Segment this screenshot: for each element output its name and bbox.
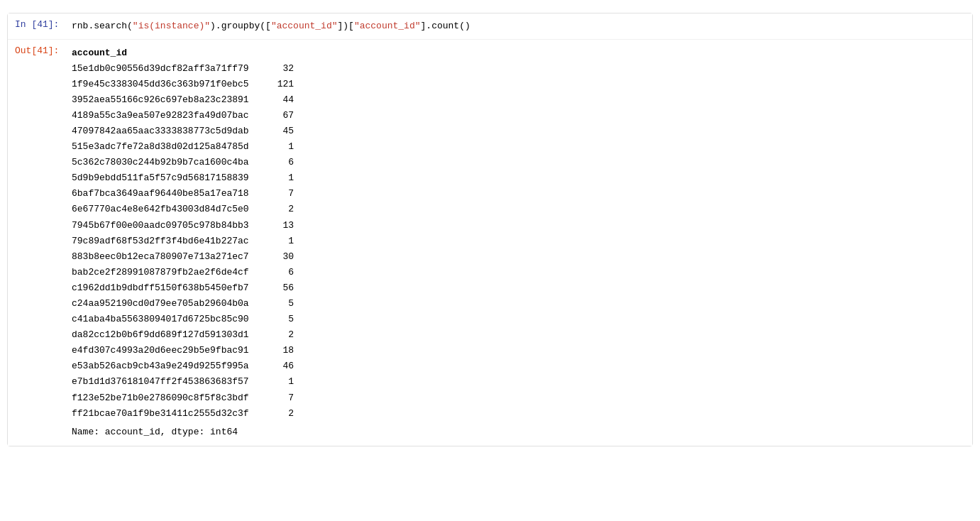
row-count: 56 [277, 280, 294, 296]
table-row: 883b8eec0b12eca780907e713a271ec730 [72, 249, 294, 265]
row-count: 1 [277, 374, 294, 390]
table-row: e4fd307c4993a20d6eec29b5e9fbac9118 [72, 343, 294, 358]
table-row: 79c89adf68f53d2ff3f4bd6e41b227ac1 [72, 234, 294, 249]
row-id: da82cc12b0b6f9dd689f127d591303d1 [72, 327, 277, 343]
row-id: c24aa952190cd0d79ee705ab29604b0a [72, 296, 277, 312]
table-row: 15e1db0c90556d39dcf82aff3a71ff7932 [72, 61, 294, 77]
table-row: 47097842aa65aac3333838773c5d9dab45 [72, 124, 294, 139]
table-row: 7945b67f00e00aadc09705c978b84bb313 [72, 218, 294, 234]
table-row: 6baf7bca3649aaf96440be85a17ea7187 [72, 186, 294, 202]
output-content: account_id 15e1db0c90556d39dcf82aff3a71f… [72, 45, 965, 440]
row-id: e4fd307c4993a20d6eec29b5e9fbac91 [72, 343, 277, 358]
row-id: 7945b67f00e00aadc09705c978b84bb3 [72, 218, 277, 234]
row-id: 3952aea55166c926c697eb8a23c23891 [72, 92, 277, 108]
code-part3: ])[ [338, 21, 354, 31]
output-header-id: account_id [72, 45, 294, 61]
table-row: 4189a55c3a9ea507e92823fa49d07bac67 [72, 108, 294, 124]
row-id: f123e52be71b0e2786090c8f5f8c3bdf [72, 390, 277, 406]
code-part4: ].count() [421, 21, 470, 31]
output-header-row: account_id [72, 45, 294, 61]
row-id: 883b8eec0b12eca780907e713a271ec7 [72, 249, 277, 265]
code-part2: ).groupby([ [210, 21, 271, 31]
row-count: 7 [277, 186, 294, 202]
row-id: 5d9b9ebdd511fa5f57c9d56817158839 [72, 170, 277, 186]
row-id: bab2ce2f28991087879fb2ae2f6de4cf [72, 265, 277, 280]
code-string2: "account_id" [271, 21, 338, 31]
row-id: c1962dd1b9dbdff5150f638b5450efb7 [72, 280, 277, 296]
row-id: e53ab526acb9cb43a9e249d9255f995a [72, 358, 277, 374]
cell-code[interactable]: rnb.search("is(instance)").groupby(["acc… [72, 19, 965, 33]
table-row: 1f9e45c3383045dd36c363b971f0ebc5121 [72, 77, 294, 92]
row-count: 18 [277, 343, 294, 358]
row-count: 2 [277, 327, 294, 343]
row-count: 32 [277, 61, 294, 77]
table-row: f123e52be71b0e2786090c8f5f8c3bdf7 [72, 390, 294, 406]
table-row: 5d9b9ebdd511fa5f57c9d568171588391 [72, 170, 294, 186]
table-row: 3952aea55166c926c697eb8a23c2389144 [72, 92, 294, 108]
table-row: ff21bcae70a1f9be31411c2555d32c3f2 [72, 406, 294, 422]
table-row: 6e67770ac4e8e642fb43003d84d7c5e02 [72, 202, 294, 217]
row-id: e7b1d1d376181047ff2f453863683f57 [72, 374, 277, 390]
row-id: 5c362c78030c244b92b9b7ca1600c4ba [72, 155, 277, 170]
row-id: ff21bcae70a1f9be31411c2555d32c3f [72, 406, 277, 422]
row-id: 1f9e45c3383045dd36c363b971f0ebc5 [72, 77, 277, 92]
row-id: 515e3adc7fe72a8d38d02d125a84785d [72, 139, 277, 155]
row-count: 2 [277, 406, 294, 422]
row-count: 30 [277, 249, 294, 265]
row-count: 44 [277, 92, 294, 108]
row-id: 15e1db0c90556d39dcf82aff3a71ff79 [72, 61, 277, 77]
row-count: 5 [277, 312, 294, 327]
row-id: 79c89adf68f53d2ff3f4bd6e41b227ac [72, 234, 277, 249]
output-rows-container: 15e1db0c90556d39dcf82aff3a71ff79321f9e45… [72, 61, 294, 422]
row-id: 47097842aa65aac3333838773c5d9dab [72, 124, 277, 139]
row-count: 6 [277, 155, 294, 170]
table-row: bab2ce2f28991087879fb2ae2f6de4cf6 [72, 265, 294, 280]
output-table: account_id 15e1db0c90556d39dcf82aff3a71f… [72, 45, 294, 422]
table-row: 5c362c78030c244b92b9b7ca1600c4ba6 [72, 155, 294, 170]
row-count: 6 [277, 265, 294, 280]
row-id: 6e67770ac4e8e642fb43003d84d7c5e0 [72, 202, 277, 217]
table-row: c41aba4ba55638094017d6725bc85c905 [72, 312, 294, 327]
row-id: c41aba4ba55638094017d6725bc85c90 [72, 312, 277, 327]
row-count: 1 [277, 170, 294, 186]
row-count: 2 [277, 202, 294, 217]
table-row: e7b1d1d376181047ff2f453863683f571 [72, 374, 294, 390]
table-row: 515e3adc7fe72a8d38d02d125a84785d1 [72, 139, 294, 155]
row-count: 121 [277, 77, 294, 92]
row-count: 7 [277, 390, 294, 406]
row-count: 46 [277, 358, 294, 374]
row-count: 13 [277, 218, 294, 234]
table-row: e53ab526acb9cb43a9e249d9255f995a46 [72, 358, 294, 374]
cell-output: Out[41]: account_id 15e1db0c90556d39dcf8… [8, 40, 972, 446]
table-row: c24aa952190cd0d79ee705ab29604b0a5 [72, 296, 294, 312]
row-id: 6baf7bca3649aaf96440be85a17ea718 [72, 186, 277, 202]
row-count: 1 [277, 234, 294, 249]
cell-input[interactable]: In [41]: rnb.search("is(instance)").grou… [8, 13, 972, 40]
row-count: 1 [277, 139, 294, 155]
table-row: c1962dd1b9dbdff5150f638b5450efb756 [72, 280, 294, 296]
notebook-cell: In [41]: rnb.search("is(instance)").grou… [7, 13, 973, 446]
output-label: Out[41]: [15, 45, 72, 56]
row-count: 67 [277, 108, 294, 124]
code-string1: "is(instance)" [133, 21, 210, 31]
row-id: 4189a55c3a9ea507e92823fa49d07bac [72, 108, 277, 124]
row-count: 5 [277, 296, 294, 312]
row-count: 45 [277, 124, 294, 139]
code-string3: "account_id" [354, 21, 421, 31]
table-row: da82cc12b0b6f9dd689f127d591303d12 [72, 327, 294, 343]
code-part1: rnb.search( [72, 21, 133, 31]
input-label: In [41]: [15, 19, 72, 30]
output-footer: Name: account_id, dtype: int64 [72, 424, 965, 440]
